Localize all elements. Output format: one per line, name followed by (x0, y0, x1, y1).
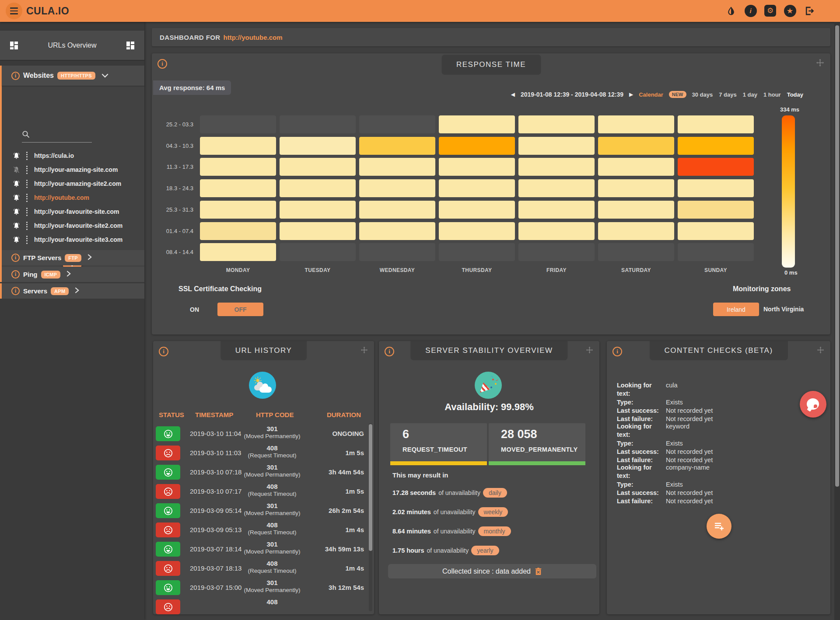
website-url[interactable]: https://cula.io (34, 152, 74, 159)
heatmap-cell[interactable] (439, 179, 515, 197)
website-url[interactable]: http://your-favourite-site3.com (34, 236, 122, 243)
heatmap-cell[interactable] (518, 158, 595, 176)
move-panel-icon[interactable] (360, 346, 368, 355)
heatmap-cell[interactable] (280, 158, 356, 176)
drag-handle-icon[interactable] (26, 152, 28, 160)
heatmap-cell[interactable] (678, 179, 754, 197)
page-scrollbar[interactable] (834, 22, 840, 620)
heatmap-cell[interactable] (439, 222, 515, 240)
drag-handle-icon[interactable] (26, 222, 28, 230)
panel-scrollbar[interactable] (369, 423, 372, 611)
website-row[interactable]: https://cula.io (2, 149, 144, 163)
search-input[interactable] (22, 129, 92, 143)
ssl-on-button[interactable]: ON (190, 306, 199, 313)
website-row[interactable]: http://youtube.com (2, 191, 144, 205)
panel-scrollbar-thumb[interactable] (369, 424, 372, 551)
sidebar-section-icmp[interactable]: iPingICMP (0, 267, 144, 282)
move-panel-icon[interactable] (817, 346, 824, 355)
sidebar-section-apm[interactable]: iServersAPM (0, 283, 144, 299)
heatmap-cell[interactable] (280, 137, 356, 155)
heatmap-cell[interactable] (598, 243, 674, 261)
chevron-down-icon[interactable] (102, 72, 108, 80)
table-row[interactable]: 2019-03-07 15:00301(Moved Permanently)3h… (153, 578, 374, 597)
heatmap-cell[interactable] (200, 179, 276, 197)
heatmap-cell[interactable] (359, 158, 435, 176)
website-row[interactable]: http://your-favourite-site3.com (2, 233, 144, 247)
ssl-off-button[interactable]: OFF (217, 303, 263, 316)
heatmap-cell[interactable] (598, 179, 674, 197)
chat-button[interactable] (800, 391, 826, 418)
drag-handle-icon[interactable] (26, 194, 28, 202)
bell-muted-icon[interactable] (13, 166, 20, 173)
info-icon[interactable]: i (744, 4, 757, 17)
table-row[interactable]: 2019-03-10 07:17408(Request Timeout)1m 5… (153, 482, 374, 501)
range-option[interactable]: 30 days (692, 91, 713, 98)
drag-handle-icon[interactable] (26, 166, 28, 174)
website-url[interactable]: http://your-favourite-site.com (34, 208, 119, 215)
table-row[interactable]: 2019-03-10 11:04301(Moved Permanently)ON… (153, 424, 374, 443)
move-panel-icon[interactable] (586, 346, 593, 355)
heatmap-cell[interactable] (518, 179, 595, 197)
table-row[interactable]: 408 (153, 597, 374, 614)
heatmap-cell[interactable] (359, 222, 435, 240)
heatmap-cell[interactable] (280, 243, 356, 261)
bell-icon[interactable] (13, 194, 20, 201)
next-range-icon[interactable]: ▶ (629, 91, 633, 98)
heatmap-cell[interactable] (280, 115, 356, 133)
range-option[interactable]: 7 days (719, 91, 736, 98)
info-icon[interactable]: i (385, 347, 394, 356)
heatmap-cell[interactable] (280, 201, 356, 219)
heatmap-cell[interactable] (200, 158, 276, 176)
drag-handle-icon[interactable] (26, 180, 28, 188)
heatmap-cell[interactable] (200, 137, 276, 155)
invert-colors-icon[interactable] (724, 4, 737, 17)
bell-icon[interactable] (13, 152, 20, 159)
website-row[interactable]: http://your-favourite-site2.com (2, 219, 144, 233)
heatmap-cell[interactable] (518, 137, 595, 155)
heatmap-cell[interactable] (280, 179, 356, 197)
range-option[interactable]: Today (787, 91, 803, 98)
range-option[interactable]: 1 day (743, 91, 757, 98)
sidebar-section-ftp[interactable]: iFTP ServersFTP (0, 250, 144, 265)
zone-ireland-button[interactable]: Ireland (713, 303, 759, 316)
heatmap-cell[interactable] (598, 158, 674, 176)
heatmap-cell[interactable] (439, 115, 515, 133)
heatmap-cell[interactable] (359, 115, 435, 133)
heatmap-cell[interactable] (598, 137, 674, 155)
heatmap-cell[interactable] (439, 137, 515, 155)
chevron-right-icon[interactable] (66, 271, 71, 279)
bell-icon[interactable] (13, 208, 20, 215)
move-panel-icon[interactable] (816, 59, 824, 69)
heatmap-cell[interactable] (678, 243, 754, 261)
heatmap-cell[interactable] (439, 158, 515, 176)
info-icon[interactable]: i (612, 347, 622, 356)
heatmap-cell[interactable] (678, 222, 754, 240)
heatmap-cell[interactable] (598, 222, 674, 240)
heatmap-cell[interactable] (678, 158, 754, 176)
settings-icon[interactable]: ⚙ (764, 4, 777, 17)
heatmap-cell[interactable] (200, 222, 276, 240)
zone-north-virginia-button[interactable]: North Virginia (763, 306, 804, 313)
heatmap-cell[interactable] (678, 115, 754, 133)
heatmap-cell[interactable] (598, 115, 674, 133)
info-icon[interactable]: i (159, 347, 168, 356)
heatmap-cell[interactable] (518, 243, 595, 261)
bell-icon[interactable] (13, 180, 20, 187)
table-row[interactable]: 2019-03-10 11:03408(Request Timeout)1m 5… (153, 443, 374, 463)
website-url[interactable]: http://your-favourite-site2.com (34, 222, 122, 229)
bell-icon[interactable] (13, 236, 20, 243)
delete-icon[interactable] (535, 568, 542, 575)
page-scrollbar-thumb[interactable] (835, 25, 839, 487)
website-row[interactable]: http://your-favourite-site.com (2, 205, 144, 219)
heatmap-cell[interactable] (518, 222, 595, 240)
heatmap-cell[interactable] (280, 222, 356, 240)
heatmap-cell[interactable] (200, 201, 276, 219)
calendar-button[interactable]: Calendar (639, 91, 663, 98)
heatmap-cell[interactable] (439, 243, 515, 261)
menu-icon[interactable] (6, 3, 22, 19)
website-row[interactable]: http://your-amazing-site2.com (2, 177, 144, 191)
website-url[interactable]: http://your-amazing-site2.com (34, 180, 121, 187)
heatmap-cell[interactable] (359, 201, 435, 219)
website-row[interactable]: http://your-amazing-site.com (2, 163, 144, 177)
website-url[interactable]: http://your-amazing-site.com (34, 166, 118, 173)
